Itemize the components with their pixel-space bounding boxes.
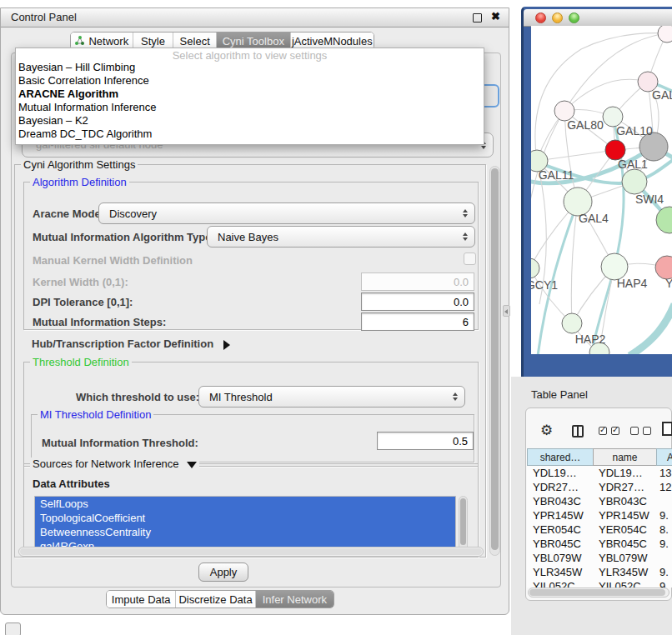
network-window-titlebar[interactable]: [524, 9, 672, 27]
table-row[interactable]: YIL052C YIL052C 9.: [527, 579, 672, 588]
combo-arrows-icon: [463, 232, 468, 241]
tab-select[interactable]: Select: [173, 32, 217, 49]
cell: YLR345W: [527, 565, 593, 579]
tab-style[interactable]: Style: [133, 32, 174, 49]
dock-panel-icon[interactable]: [5, 622, 21, 635]
cell: [656, 551, 672, 565]
checked-checkbox-icon[interactable]: [599, 427, 607, 435]
zoom-traffic-icon[interactable]: [569, 12, 579, 23]
popup-item[interactable]: Basic Correlation Inference: [18, 74, 149, 88]
tab-label: Cyni Toolbox: [223, 35, 284, 48]
close-traffic-icon[interactable]: [535, 12, 546, 23]
hub-definition-toggle[interactable]: Hub/Transcription Factor Definition: [32, 338, 230, 350]
close-icon[interactable]: ✖: [491, 10, 500, 22]
sources-group: Sources for Network Inference Data Attri…: [23, 463, 479, 558]
collapse-left-icon: [504, 309, 508, 314]
node-labels: GAL GAL80 GAL10 GAL1 GAL11 SWI4 GAL4 GCY…: [531, 88, 672, 346]
unchecked-checkbox-icon[interactable]: [630, 427, 639, 435]
triangle-down-icon: [187, 462, 197, 468]
tab-impute-data[interactable]: Impute Data: [107, 591, 176, 608]
popup-item[interactable]: Bayesian – Hill Climbing: [18, 61, 135, 74]
table-row[interactable]: YBR043C YBR043C: [527, 494, 672, 508]
unchecked-checkbox-icon[interactable]: [643, 427, 651, 435]
tab-jactivemnodules[interactable]: jActiveMNodules: [291, 32, 374, 49]
tab-infer-network[interactable]: Infer Network: [256, 591, 333, 608]
node-unlabeled-top[interactable]: [658, 26, 672, 42]
kernel-width-field[interactable]: 0.0: [361, 272, 474, 291]
field-value: 0.0: [454, 276, 469, 288]
dpi-tolerance-field[interactable]: 0.0: [361, 292, 474, 311]
column-label: A: [667, 452, 672, 463]
table-row[interactable]: YPR145W YPR145W 9.: [527, 508, 672, 522]
gear-icon[interactable]: ⚙: [540, 423, 553, 438]
tab-label: Infer Network: [263, 593, 327, 606]
node-swi4[interactable]: [622, 169, 647, 194]
hub-definition-label: Hub/Transcription Factor Definition: [32, 338, 213, 350]
data-attributes-list[interactable]: SelfLoops TopologicalCoefficient Between…: [34, 496, 456, 552]
split-columns-icon[interactable]: [572, 425, 584, 438]
manual-kernel-width-checkbox[interactable]: [464, 252, 476, 265]
mi-steps-field[interactable]: 6: [361, 312, 474, 331]
table-row[interactable]: YBL079W YBL079W: [527, 551, 672, 565]
tab-cyni-toolbox[interactable]: Cyni Toolbox: [217, 32, 291, 49]
settings-hscrollbar[interactable]: [18, 547, 484, 557]
mi-threshold-label: Mutual Information Threshold:: [42, 437, 198, 449]
cell: YBR045C: [527, 537, 593, 551]
network-icon: [74, 36, 85, 46]
table-hscrollbar[interactable]: [528, 588, 669, 598]
apply-button[interactable]: Apply: [198, 562, 248, 582]
tab-label: Network: [88, 35, 128, 48]
float-window-icon[interactable]: [473, 13, 482, 22]
table-row[interactable]: YER054C YER054C 8.: [527, 522, 672, 537]
settings-vscrollbar[interactable]: [489, 166, 500, 556]
list-item[interactable]: SelfLoops: [35, 497, 455, 511]
node-hap2[interactable]: [562, 313, 582, 333]
column-header-shared-name[interactable]: shared…: [527, 448, 593, 466]
minimize-traffic-icon[interactable]: [552, 12, 563, 23]
combo-arrows-icon: [463, 209, 468, 218]
mi-threshold-field[interactable]: 0.5: [377, 432, 474, 450]
aracne-mode-select[interactable]: Discovery: [98, 202, 475, 224]
tab-discretize-data[interactable]: Discretize Data: [176, 591, 255, 608]
node-gcy1[interactable]: [531, 258, 539, 278]
cell: YER054C: [527, 522, 593, 537]
cell: 9.: [656, 565, 672, 579]
sources-toggle[interactable]: Sources for Network Inference: [30, 458, 199, 470]
popup-item-selected[interactable]: ARACNE Algorithm: [18, 88, 118, 101]
table-body[interactable]: YDL19… YDL19… 13 YDR27… YDR27… 12 YBR043…: [527, 466, 672, 588]
cell: YIL052C: [527, 579, 593, 588]
control-panel-titlebar[interactable]: Control Panel ✖: [1, 8, 509, 28]
table-panel-title: Table Panel: [531, 388, 588, 401]
apply-label: Apply: [210, 566, 238, 578]
popup-item[interactable]: Dream8 DC_TDC Algorithm: [18, 128, 152, 141]
popup-item[interactable]: Bayesian – K2: [18, 114, 88, 128]
panel-splitter-handle[interactable]: [503, 305, 510, 317]
combo-value: Discovery: [109, 208, 157, 220]
checked-checkbox-icon[interactable]: [611, 427, 619, 435]
list-item[interactable]: TopologicalCoefficient: [35, 511, 455, 525]
popup-item[interactable]: Mutual Information Inference: [18, 101, 156, 114]
network-canvas[interactable]: GAL GAL80 GAL10 GAL1 GAL11 SWI4 GAL4 GCY…: [531, 26, 672, 354]
cell: YLR345W: [593, 565, 656, 579]
column-header-partial[interactable]: A: [656, 448, 672, 466]
cell: YBL079W: [593, 551, 656, 565]
cyni-algorithm-settings-group: Cyni Algorithm Settings Algorithm Defini…: [14, 164, 486, 558]
cell: YDL19…: [593, 466, 656, 480]
attributes-scrollbar[interactable]: [459, 496, 468, 552]
table-row[interactable]: YLR345W YLR345W 9.: [527, 565, 672, 579]
cell: YPR145W: [527, 508, 593, 522]
mi-algorithm-type-select[interactable]: Naive Bayes: [207, 226, 475, 248]
table-row[interactable]: YBR045C YBR045C 9.: [527, 537, 672, 551]
which-threshold-select[interactable]: MI Threshold: [198, 386, 465, 408]
list-item[interactable]: BetweennessCentrality: [35, 525, 455, 539]
algorithm-dropdown-popup: Select algorithm to view settings Bayesi…: [15, 48, 484, 145]
table-row[interactable]: YDL19… YDL19… 13: [527, 466, 672, 480]
table-header: shared… name A: [527, 448, 672, 466]
file-icon[interactable]: [662, 422, 672, 436]
column-header-name[interactable]: name: [593, 448, 656, 466]
node-green-right[interactable]: [656, 207, 672, 233]
tab-network[interactable]: Network: [71, 32, 133, 49]
node-pink-right[interactable]: [655, 256, 672, 279]
table-row[interactable]: YDR27… YDR27… 12: [527, 480, 672, 494]
cell: YBL079W: [527, 551, 593, 565]
